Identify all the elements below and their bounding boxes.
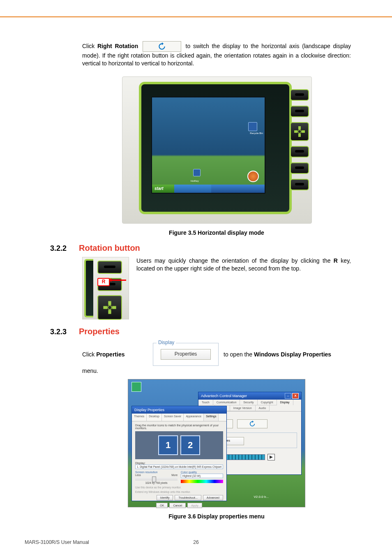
display-properties-window: Display Properties Themes Desktop Screen… <box>131 406 227 501</box>
bezel-button-1[interactable] <box>290 89 309 101</box>
brightness-play-button[interactable] <box>267 454 275 460</box>
bezel-dpad-small[interactable] <box>97 295 122 320</box>
svg-rect-4 <box>302 130 305 133</box>
svg-marker-14 <box>252 421 254 423</box>
dp-tab-appearance[interactable]: Appearance <box>184 414 204 421</box>
dp-monitor-1[interactable]: 1 <box>158 435 178 455</box>
dp-resolution-slider[interactable] <box>135 477 178 481</box>
acm-tab-touch[interactable]: Touch <box>198 400 213 405</box>
props-properties-bold: Properties <box>96 351 125 358</box>
recycle-bin-icon[interactable] <box>248 122 257 131</box>
dp-chk-primary[interactable]: Use this device as the primary monitor. <box>135 486 223 489</box>
dp-res-value: 1024 by 768 pixels <box>135 481 178 484</box>
rotate-right-icon <box>158 42 166 51</box>
props-open-text: to open the <box>224 351 254 358</box>
bezel-button-4[interactable] <box>290 162 309 174</box>
device-screen: Recycle Bin HotKey start <box>151 97 265 194</box>
dp-btn-apply[interactable]: Apply <box>187 503 202 508</box>
dp-display-select[interactable]: 1. Digital Flat Panel (1024x768) on Mobi… <box>135 465 223 469</box>
system-tray[interactable] <box>211 185 265 193</box>
acm-titlebar: Advantech Control Manager – X <box>198 392 301 400</box>
right-rotation-label: Right Rotation <box>97 43 138 49</box>
hotkey-label: HotKey <box>191 180 199 182</box>
desktop-icon[interactable] <box>131 382 141 392</box>
dpad-icon <box>293 125 306 138</box>
play-icon <box>270 456 273 459</box>
dp-monitor-2[interactable]: 2 <box>180 435 200 455</box>
dp-titlebar: Display Properties <box>132 406 226 414</box>
dp-tab-settings[interactable]: Settings <box>204 414 219 421</box>
section-number-3-2-3: 3.2.3 <box>50 328 79 336</box>
section-title-properties: Properties <box>79 327 120 336</box>
dp-color-quality-select[interactable]: Highest (32 bit) <box>181 474 223 478</box>
figure-3-6-caption: Figure 3.6 Display properties menu <box>82 513 351 520</box>
display-groupbox: Display Properties <box>153 343 219 366</box>
bezel-button-5[interactable] <box>290 179 309 190</box>
dp-btn-ok[interactable]: OK <box>156 503 168 508</box>
right-rotation-button-inline[interactable] <box>143 41 181 52</box>
minimize-icon[interactable]: – <box>285 393 291 399</box>
rotate-right-icon-2 <box>249 421 256 427</box>
device-body: Recycle Bin HotKey start <box>139 82 292 214</box>
hotkey-icon[interactable] <box>193 169 201 176</box>
svg-point-5 <box>298 130 301 133</box>
start-button[interactable]: start <box>152 185 174 193</box>
svg-rect-3 <box>294 130 297 133</box>
footer-page-number: 26 <box>25 539 367 545</box>
svg-rect-6 <box>108 301 111 305</box>
intro-paragraph: Click Right Rotation to switch the displ… <box>82 41 351 67</box>
dp-btn-advanced[interactable]: Advanced <box>203 495 223 500</box>
windows-display-properties-bold: Windows Display Properties <box>254 351 331 358</box>
dpad-icon-small <box>102 300 117 315</box>
header-rule <box>0 16 392 17</box>
device-photo-frame: Recycle Bin HotKey start <box>122 76 312 224</box>
section-3-2-2-heading: 3.2.2 Rotation button <box>50 243 351 253</box>
page-footer: MARS-3100R/S User Manual 26 <box>25 539 367 545</box>
red-arrow <box>110 280 126 281</box>
dp-screen-res-label: Screen resolution <box>135 471 178 474</box>
section-3-2-3-heading: 3.2.3 Properties <box>50 327 351 336</box>
dp-btn-identify[interactable]: Identify <box>157 495 173 500</box>
props-right-text: to open the Windows Display Properties <box>224 351 351 358</box>
acm-rotate-right-button[interactable] <box>237 419 267 428</box>
rotation-text-prefix: Users may quickly change the orientation… <box>136 257 334 264</box>
bezel-button-2[interactable] <box>290 106 309 117</box>
dp-btn-cancel[interactable]: Cancel <box>169 503 186 508</box>
bezel-edge <box>84 259 93 317</box>
dp-tab-themes[interactable]: Themes <box>132 414 147 421</box>
figure-3-5-caption: Figure 3.5 Horizontal display mode <box>82 229 351 236</box>
dp-tab-desktop[interactable]: Desktop <box>147 414 162 421</box>
dp-tabs[interactable]: Themes Desktop Screen Saver Appearance S… <box>132 414 226 421</box>
device-button-column <box>290 89 307 195</box>
svg-rect-7 <box>108 310 111 314</box>
acm-tab-audio[interactable]: Audio <box>256 405 270 411</box>
dp-monitor-arrangement[interactable]: 1 2 <box>135 431 223 459</box>
svg-rect-8 <box>103 306 107 309</box>
properties-button[interactable]: Properties <box>161 349 211 360</box>
dp-color-quality-label: Color quality <box>181 471 223 474</box>
bezel-button-top[interactable] <box>97 261 122 274</box>
acm-tab-copyright[interactable]: Copyright <box>258 400 277 405</box>
taskbar: start <box>152 185 265 193</box>
svg-rect-9 <box>112 306 116 309</box>
bezel-button-3[interactable] <box>290 146 309 157</box>
dp-display-label: Display: <box>135 462 223 465</box>
dp-btn-troubleshoot[interactable]: Troubleshoot... <box>175 495 201 500</box>
acm-tab-display[interactable]: Display <box>277 400 293 405</box>
acm-tab-security[interactable]: Security <box>240 400 257 405</box>
dp-more: More <box>171 474 178 476</box>
acm-tab-image-version[interactable]: Image Version <box>230 405 256 411</box>
svg-rect-1 <box>298 126 301 130</box>
dp-tab-screensaver[interactable]: Screen Saver <box>162 414 184 421</box>
recycle-bin-label: Recycle Bin <box>250 132 263 134</box>
acm-tab-communication[interactable]: Communication <box>213 400 240 405</box>
close-icon[interactable]: X <box>292 393 299 399</box>
dp-less: Less <box>135 474 141 476</box>
shield-icon[interactable] <box>247 171 259 182</box>
rotation-button-paragraph: Users may quickly change the orientation… <box>136 257 351 319</box>
bezel-dpad[interactable] <box>290 122 309 141</box>
display-legend: Display <box>157 340 176 345</box>
rotation-r-bold: R <box>334 257 338 264</box>
props-menu-word: menu. <box>82 368 351 374</box>
dp-chk-extend[interactable]: Extend my Windows desktop onto this moni… <box>135 490 223 493</box>
